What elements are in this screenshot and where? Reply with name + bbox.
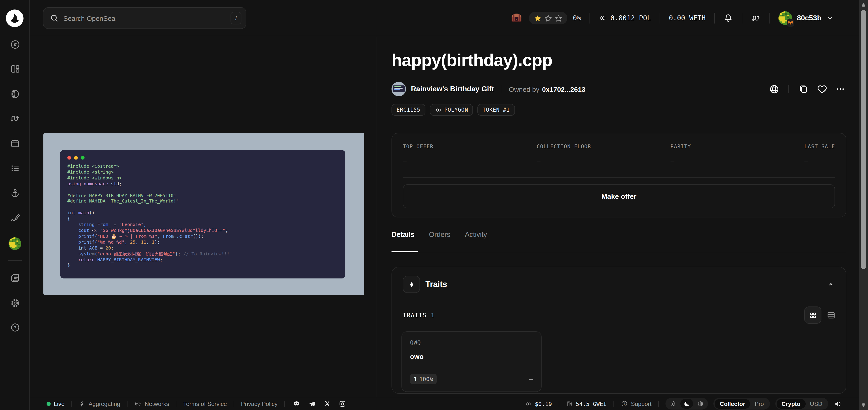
owned-by-label: Owned by [509,85,539,93]
search-input[interactable] [63,14,230,22]
sidebar-item-settings[interactable] [0,295,30,311]
window-zoom-dot [81,156,85,160]
search-icon [50,13,59,23]
scrollbar-thumb[interactable] [861,10,866,269]
chevron-up-icon[interactable] [827,280,835,288]
stats-card: TOP OFFER – COLLECTION FLOOR – RARITY – … [392,133,846,217]
traits-subheader: TRAITS 1 [403,306,837,324]
sidebar-item-calendar[interactable] [0,136,30,151]
discord-icon[interactable] [292,400,301,408]
polygon-icon [598,14,607,22]
sidebar-item-anchor[interactable] [0,185,30,201]
footer-divider [613,401,614,407]
sidebar-item-explore[interactable] [0,37,30,52]
footer-divider [176,401,176,407]
sidebar-item-help[interactable]: ? [0,320,30,335]
opensea-logo[interactable] [6,9,24,27]
tab-orders[interactable]: Orders [429,230,451,246]
footer-divider [284,401,285,407]
mode-collector-button[interactable]: Collector [715,399,750,408]
owner-address-link[interactable]: 0x1702...2613 [542,85,585,93]
sidebar-item-swap[interactable] [0,111,30,126]
live-status[interactable]: Live [46,400,65,407]
collection-name-link[interactable]: Rainview's Birthday Gift [411,85,494,93]
badge-chain: POLYGON [430,104,473,116]
theme-auto-button[interactable] [694,399,707,409]
list-view-button[interactable] [825,309,837,321]
badge-token-id: TOKEN #1 [477,104,515,116]
traits-header[interactable]: Traits [403,276,835,293]
trait-tile[interactable]: QWQ owo 1100% – [401,332,541,392]
scrollbar[interactable] [859,0,868,410]
notifications-bell-icon[interactable] [723,13,733,23]
activity-swap-icon[interactable] [751,13,761,23]
support-link[interactable]: ? Support [620,400,651,407]
stats-divider [403,177,835,178]
sidebar: ? [0,0,30,410]
traits-count-label: TRAITS [403,312,427,318]
vertical-divider [501,85,502,93]
telegram-icon[interactable] [308,400,316,408]
star-outline-icon [544,14,552,22]
rating-stars[interactable] [529,12,567,24]
account-name: 80c53b [797,14,822,22]
pol-balance[interactable]: 0.8012 POL [598,14,651,22]
broadcast-icon [134,400,142,407]
page-title: happy(birthday).cpp [392,51,552,70]
pol-price[interactable]: $0.19 [525,400,552,407]
currency-crypto-button[interactable]: Crypto [776,399,805,408]
scrollbar-up-arrow [860,2,867,7]
favorite-heart-icon[interactable] [816,83,828,95]
sidebar-item-profile[interactable] [0,236,30,251]
polygon-icon [525,400,532,407]
sidebar-item-news[interactable] [0,270,30,285]
sidebar-item-create[interactable] [0,210,30,226]
stat-collection-floor: COLLECTION FLOOR – [537,143,671,165]
mode-pro-button[interactable]: Pro [750,399,768,408]
sidebar-item-list[interactable] [0,160,30,176]
website-globe-icon[interactable] [768,83,780,95]
trait-price: – [529,375,533,383]
media-panel: #include <iostream>#include <string>#inc… [30,37,377,397]
collection-avatar[interactable] [392,82,406,96]
more-options-icon[interactable] [835,83,846,95]
diamond-icon [403,276,420,293]
footer-divider [658,401,659,407]
theme-light-button[interactable] [667,399,680,409]
nft-image[interactable]: #include <iostream>#include <string>#inc… [43,133,364,295]
weth-balance[interactable]: 0.00 WETH [669,14,706,22]
currency-usd-button[interactable]: USD [805,399,827,408]
networks-status[interactable]: Networks [134,400,169,407]
tab-details[interactable]: Details [392,230,414,246]
tab-activity[interactable]: Activity [465,230,487,246]
theme-dark-button[interactable] [680,399,693,409]
trait-count-badge: 1100% [410,374,436,384]
copy-icon[interactable] [798,83,809,95]
loot-chest-icon[interactable] [510,12,523,24]
x-twitter-icon[interactable] [324,400,331,407]
sidebar-item-tokens[interactable] [0,86,30,102]
sidebar-divider [8,260,22,261]
mode-toggle: Collector Pro [713,398,770,410]
grid-view-button[interactable] [804,307,822,324]
detail-panel: happy(birthday).cpp Rainview's Birthday … [377,37,859,397]
privacy-link[interactable]: Privacy Policy [241,400,278,407]
make-offer-button[interactable]: Make offer [403,184,835,209]
lightning-icon [79,400,86,407]
tabs-divider [392,252,846,252]
star-filled-icon [534,14,541,22]
aggregating-status[interactable]: Aggregating [79,400,120,407]
terms-link[interactable]: Terms of Service [183,400,227,407]
rating-percent: 0% [573,14,581,22]
instagram-icon[interactable] [339,400,346,408]
code-block: #include <iostream>#include <string>#inc… [67,164,342,269]
profile-avatar [8,237,21,250]
account-menu[interactable]: 80c53b [778,11,834,25]
sidebar-item-collections[interactable] [0,61,30,76]
sound-speaker-icon[interactable] [834,400,842,408]
trait-type: QWQ [410,339,533,346]
search-bar[interactable]: / [43,7,246,29]
gas-price[interactable]: 54.5 GWEI [566,400,607,407]
live-dot-icon [46,402,51,406]
code-editor-window: #include <iostream>#include <string>#inc… [60,150,345,279]
